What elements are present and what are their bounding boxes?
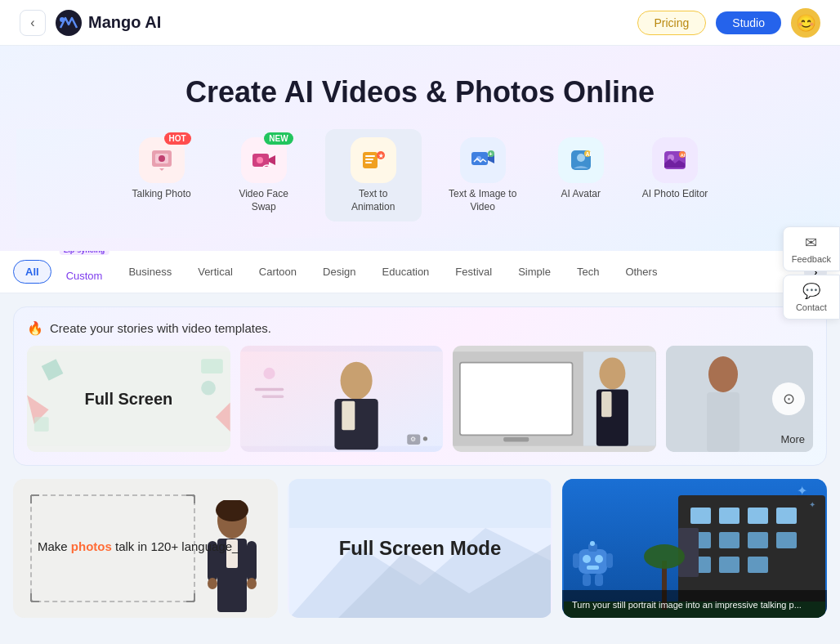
logo-icon — [56, 10, 82, 36]
category-vertical[interactable]: Vertical — [186, 261, 244, 283]
svg-rect-47 — [596, 390, 628, 446]
svg-rect-30 — [201, 359, 223, 373]
tool-navigation: HOT Talking Photo NEW Video Face Swap — [16, 129, 824, 238]
page-title: Create AI Videos & Photos Online — [16, 75, 824, 110]
template-card-person1[interactable]: ⚙ — [240, 346, 444, 452]
category-all[interactable]: All — [13, 260, 51, 284]
tool-label-text-image-to-video: Text & Image to Video — [446, 188, 520, 213]
svg-rect-53 — [707, 392, 739, 452]
card1-main-text: Make photos talk in 120+ language_ — [38, 538, 239, 557]
new-badge: NEW — [264, 132, 293, 145]
svg-rect-40 — [261, 396, 284, 399]
svg-rect-39 — [254, 388, 284, 391]
grid-card-fullscreen-mode[interactable]: Full Screen Mode — [288, 479, 552, 618]
tool-icon-wrapper-talking-photo: HOT — [139, 137, 185, 183]
template-card-whiteboard[interactable] — [453, 346, 656, 452]
header-left: ‹ Mango AI — [20, 10, 161, 36]
svg-rect-9 — [365, 155, 375, 157]
category-navigation: All Lip-syncing Custom Business Vertical… — [0, 251, 840, 293]
tool-item-ai-photo-editor[interactable]: AI AI Photo Editor — [631, 129, 720, 221]
tool-icon-wrapper-video-face-swap: NEW — [241, 137, 287, 183]
svg-rect-33 — [34, 417, 49, 432]
svg-text:★: ★ — [378, 153, 384, 159]
more-label: More — [780, 433, 805, 445]
grid-card-building[interactable]: ✦ ✦ Turn your still portrait image into … — [562, 479, 827, 618]
video-face-swap-icon — [251, 147, 277, 173]
svg-rect-11 — [365, 162, 372, 163]
category-tech[interactable]: Tech — [565, 261, 610, 283]
lip-sync-label: Lip-syncing — [60, 251, 109, 255]
category-others[interactable]: Others — [614, 261, 668, 283]
banner-title: Create your stories with video templates… — [50, 321, 271, 335]
tool-icon-bg-ai-photo-editor: AI — [652, 137, 698, 183]
category-festival[interactable]: Festival — [444, 261, 503, 283]
svg-point-97 — [595, 555, 603, 563]
svg-rect-84 — [748, 532, 768, 548]
text-image-to-video-icon: + — [470, 147, 496, 173]
svg-rect-102 — [606, 553, 613, 568]
tool-item-talking-photo[interactable]: HOT Talking Photo — [121, 129, 203, 221]
svg-rect-10 — [365, 159, 373, 160]
feedback-button[interactable]: ✉ Feedback — [783, 226, 840, 271]
tool-icon-bg-text-image-to-video: + — [460, 137, 506, 183]
svg-point-38 — [263, 368, 275, 379]
svg-point-96 — [583, 555, 591, 563]
logo-text: Mango AI — [88, 13, 161, 32]
tool-label-ai-avatar: AI Avatar — [561, 188, 600, 201]
tool-item-text-to-animation[interactable]: ★ Text to Animation — [325, 129, 422, 221]
tool-label-ai-photo-editor: AI Photo Editor — [642, 188, 708, 201]
svg-text:⚙: ⚙ — [409, 436, 415, 444]
tool-icon-wrapper-text-image-to-video: + — [460, 137, 506, 183]
tool-icon-wrapper-text-to-animation: ★ — [351, 137, 396, 183]
svg-marker-6 — [269, 155, 275, 165]
svg-text:+: + — [489, 151, 492, 157]
svg-rect-75 — [289, 479, 551, 528]
tool-icon-bg-ai-avatar: AI — [558, 137, 604, 183]
pricing-button[interactable]: Pricing — [637, 11, 707, 35]
svg-point-70 — [208, 578, 217, 589]
svg-rect-83 — [719, 532, 739, 548]
fullscreen-template-text: Full Screen — [84, 390, 172, 409]
category-business[interactable]: Business — [117, 261, 183, 283]
character-svg — [199, 500, 265, 615]
tool-item-text-image-to-video[interactable]: + Text & Image to Video — [435, 129, 531, 221]
fullscreen-mode-text: Full Screen Mode — [339, 537, 502, 560]
contact-label: Contact — [796, 302, 827, 312]
svg-rect-88 — [748, 557, 768, 573]
category-design[interactable]: Design — [311, 261, 367, 283]
banner-header: 🔥 Create your stories with video templat… — [27, 320, 813, 336]
svg-point-4 — [159, 155, 165, 162]
avatar[interactable]: 😊 — [791, 8, 820, 38]
svg-point-46 — [600, 358, 626, 390]
category-cartoon[interactable]: Cartoon — [248, 261, 308, 283]
svg-point-1 — [60, 17, 65, 22]
card1-text-area: Make photos talk in 120+ language_ — [38, 538, 239, 557]
svg-point-7 — [257, 157, 263, 163]
svg-rect-69 — [247, 541, 257, 582]
contact-icon: 💬 — [802, 282, 820, 300]
category-education[interactable]: Education — [371, 261, 441, 283]
tool-label-talking-photo: Talking Photo — [132, 188, 191, 201]
svg-text:AI: AI — [585, 151, 591, 157]
category-custom[interactable]: Lip-syncing Custom — [55, 257, 114, 287]
category-simple[interactable]: Simple — [507, 261, 562, 283]
svg-rect-87 — [719, 557, 739, 573]
contact-button[interactable]: 💬 Contact — [783, 275, 840, 320]
tool-icon-wrapper-ai-avatar: AI — [558, 137, 604, 183]
logo: Mango AI — [56, 10, 161, 36]
tool-item-ai-avatar[interactable]: AI AI Avatar — [544, 129, 618, 221]
svg-rect-98 — [587, 566, 599, 570]
template-card-fullscreen[interactable]: Full Screen — [27, 346, 230, 452]
card3-overlay-text: Turn your still portrait image into an i… — [572, 600, 802, 610]
grid-card-talking-photos[interactable]: Make photos talk in 120+ language_ — [13, 479, 278, 618]
studio-button[interactable]: Studio — [716, 11, 781, 34]
tool-item-video-face-swap[interactable]: NEW Video Face Swap — [216, 129, 312, 221]
svg-point-100 — [590, 541, 595, 546]
back-button[interactable]: ‹ — [20, 10, 46, 36]
fire-icon: 🔥 — [27, 320, 43, 336]
ai-avatar-icon: AI — [568, 147, 594, 173]
svg-text:✦: ✦ — [809, 500, 815, 509]
svg-rect-101 — [573, 553, 579, 568]
templates-section: 🔥 Create your stories with video templat… — [0, 293, 840, 479]
talking-photo-icon — [149, 147, 175, 173]
